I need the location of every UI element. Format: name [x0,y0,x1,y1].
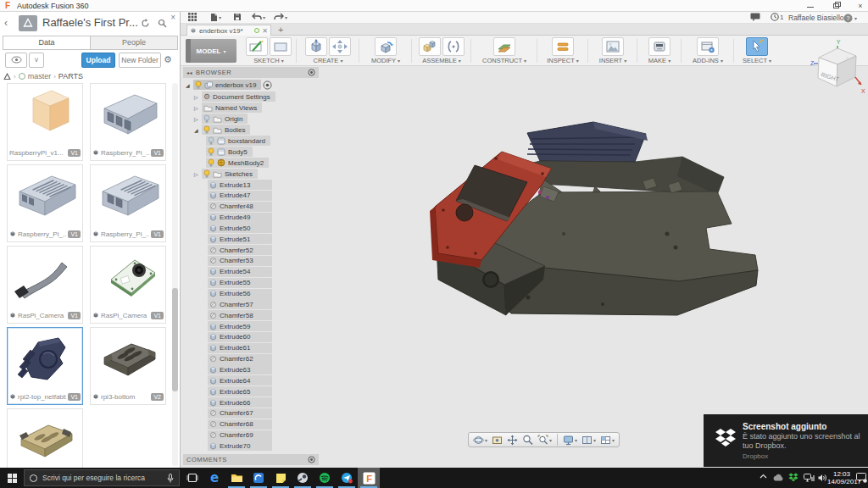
save-button[interactable] [233,13,242,21]
tray-expand-icon[interactable] [760,474,767,479]
display-settings-icon[interactable]: ▾ [561,435,579,446]
feature-item[interactable]: Chamfer58 [208,310,272,320]
bulb-icon[interactable] [203,114,210,124]
feature-item[interactable]: Chamfer52 [208,245,272,255]
expander-open-icon[interactable]: ◢ [194,127,200,133]
document-tab-close-icon[interactable]: ✕ [262,27,268,35]
expander-closed-icon[interactable]: ▷ [194,105,200,111]
feature-item[interactable]: Chamfer57 [208,299,272,309]
data-panel-close-icon[interactable]: × [170,13,175,22]
browser-node[interactable]: ▷Origin [194,114,248,124]
fit-view-tool-icon[interactable]: ▾ [536,435,554,446]
feature-item[interactable]: Extrude63 [208,364,272,374]
sketch1-tool-icon[interactable] [246,37,268,56]
taskbar-app-edge[interactable]: e [203,468,225,488]
ribbon-group-insert[interactable]: INSERT ▾ [589,37,637,65]
browser-panel-header[interactable]: ◂◂ BROWSER [183,67,319,78]
modify-tool-icon[interactable] [375,37,397,56]
data-panel-scrollbar-thumb[interactable] [172,288,178,391]
select-tool-icon[interactable] [746,37,768,56]
expander-closed-icon[interactable]: ▷ [194,94,200,100]
browser-node-root[interactable]: ◢ enderbox v19 [186,80,272,90]
activate-radio-icon[interactable] [263,80,272,90]
comments-notification-icon[interactable] [750,13,760,21]
comments-panel-header[interactable]: COMMENTS [183,454,319,465]
visibility-filter-button[interactable] [5,53,27,68]
restore-button[interactable] [826,2,845,10]
new-folder-button[interactable]: New Folder [119,53,161,68]
browser-node[interactable]: boxstandard [206,136,270,146]
workspace-selector[interactable]: MODEL▾ [186,39,236,63]
taskbar-app-sticky-notes[interactable] [270,468,292,488]
expander-closed-icon[interactable]: ▷ [194,171,200,177]
document-tab[interactable]: enderbox v19* ✕ [186,25,271,36]
bulb-icon[interactable] [203,169,210,179]
part-card[interactable]: RaspberryPi_v1... V1 [7,83,83,161]
part-card[interactable]: Raspberry_Pi_... V1 [90,164,166,242]
bulb-icon[interactable] [203,125,210,135]
microphone-icon[interactable] [167,474,174,483]
feature-item[interactable]: Chamfer53 [208,256,272,266]
feature-item[interactable]: Chamfer68 [208,419,272,430]
taskbar-app-plane-app[interactable] [336,468,358,488]
feature-item[interactable]: Extrude51 [208,234,272,244]
orbit-tool-icon[interactable]: ▾ [471,435,489,446]
undo-button[interactable]: ▾ [252,13,265,21]
refresh-icon[interactable] [141,19,150,28]
sketch2-tool-icon[interactable] [270,37,292,56]
network-icon[interactable] [804,474,815,482]
part-card[interactable]: RasPi_Camera V1 [7,246,83,324]
onedrive-cloud-icon[interactable] [772,474,784,481]
ribbon-group-make[interactable]: MAKE ▾ [638,37,681,65]
expander-closed-icon[interactable]: ▷ [194,116,200,122]
grid-settings-icon[interactable]: ▾ [580,435,598,446]
zoom-tool-icon[interactable] [520,435,535,446]
viewport-3d[interactable]: ◂◂ BROWSER ◢ enderbox v19 ▷⚙Document Set… [181,66,868,468]
bulb-icon[interactable] [208,136,214,146]
filter-dropdown-button[interactable]: ˅ [29,53,44,68]
panel-settings-gear-icon[interactable]: ⚙ [164,54,172,65]
feature-item[interactable]: Extrude49 [208,213,272,223]
feature-item[interactable]: Extrude61 [208,343,272,353]
minimize-button[interactable] [801,2,820,10]
browser-node[interactable]: MeshBody2 [206,158,269,168]
user-menu[interactable]: Raffaele Biasiello ▾ [788,14,849,22]
job-status-clock-icon[interactable]: 1 [771,13,783,21]
taskbar-app-file-explorer[interactable] [225,468,248,488]
look-at-tool-icon[interactable] [490,435,504,446]
ribbon-group-create[interactable]: CREATE ▾ [298,37,359,65]
ribbon-group-sketch[interactable]: SKETCH ▾ [242,37,296,65]
feature-item[interactable]: Extrude13 [208,180,272,190]
browser-node[interactable]: ▷⚙Document Settings [194,92,275,102]
feature-item[interactable]: Extrude65 [208,386,272,396]
feature-item[interactable]: Chamfer62 [208,354,272,364]
ribbon-group-inspect[interactable]: INSPECT ▾ [538,37,587,65]
make-tool-icon[interactable] [648,37,670,56]
browser-node[interactable]: Body5 [206,147,253,157]
expander-open-icon[interactable]: ◢ [186,82,192,88]
addins-tool-icon[interactable] [697,37,719,56]
part-card[interactable]: Raspberry_Pi_... V1 [7,164,83,242]
action-center-icon[interactable] [856,473,867,483]
feature-item[interactable]: Extrude70 [208,441,272,451]
dropbox-notification[interactable]: Screenshot aggiunto È stato aggiunto uno… [704,414,868,467]
feature-item[interactable]: Extrude50 [208,223,272,233]
close-button[interactable]: × [851,2,868,10]
project-logo[interactable] [19,15,37,31]
search-input[interactable] [42,474,162,482]
browser-node[interactable]: ◢Bodies [194,125,250,135]
data-panel-toggle-icon[interactable] [188,13,197,21]
view-cube[interactable]: Y RIGHT ⌐ Z X [805,37,866,102]
new-document-tab-button[interactable]: + [278,25,283,35]
bulb-icon[interactable] [195,80,202,90]
breadcrumb-branch[interactable]: master [28,72,52,80]
feature-item[interactable]: Extrude47 [208,191,272,201]
dropbox-tray-icon[interactable] [788,473,798,482]
feature-item[interactable]: Extrude60 [208,332,272,342]
viewports-settings-icon[interactable]: ▾ [598,435,616,446]
ribbon-group-select[interactable]: SELECT ▾ [735,37,779,65]
taskbar-app-spotify[interactable] [314,468,336,488]
taskbar-app-fusion-360[interactable]: F [358,468,380,488]
breadcrumb-folder[interactable]: PARTS [58,72,83,80]
inspect-tool-icon[interactable] [552,37,574,56]
